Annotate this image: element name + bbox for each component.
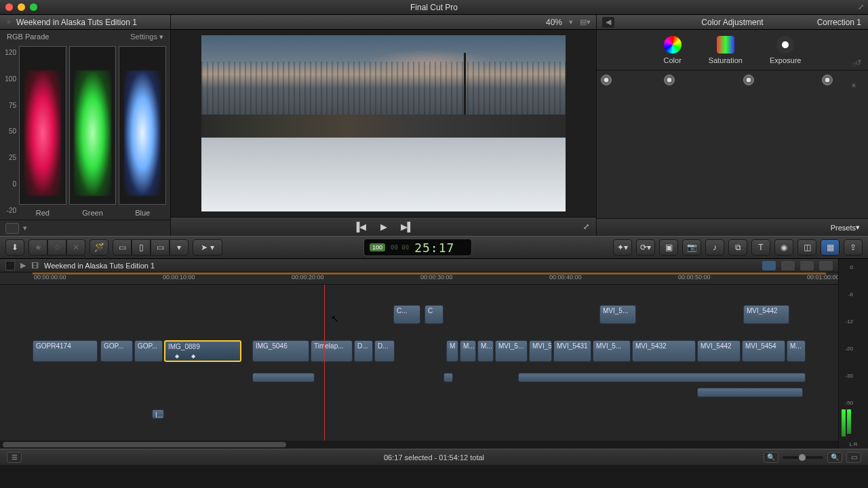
timeline-clip[interactable]: MVI_5454 bbox=[742, 340, 785, 362]
titles-button[interactable]: T bbox=[751, 239, 770, 256]
overwrite-dropdown[interactable]: ▾ bbox=[170, 239, 189, 256]
ruler-mark: 00:01:00:00 bbox=[807, 274, 840, 281]
timeline-clip[interactable] bbox=[518, 373, 806, 382]
timeline-clip[interactable] bbox=[697, 388, 803, 397]
presets-dropdown[interactable]: Presets ▾ bbox=[597, 218, 868, 236]
ruler-mark: 00:00:00:00 bbox=[34, 274, 66, 281]
append-button[interactable]: ▭ bbox=[151, 239, 170, 256]
timeline-ruler[interactable]: 00:00:00:0000:00:10:0000:00:20:0000:00:3… bbox=[0, 272, 838, 285]
timecode-display[interactable]: 100 00 00 25:17 bbox=[363, 239, 472, 256]
timeline-clip[interactable]: MVI_5442 bbox=[697, 340, 741, 362]
timeline-tracks[interactable]: ↖ C...CMVI_5...MVI_5442GOPR4174GOP...GOP… bbox=[0, 285, 838, 441]
selection-status: 06:17 selected - 01:54:12 total bbox=[0, 453, 868, 462]
tool-select[interactable]: ➤ ▾ bbox=[193, 239, 222, 256]
timeline-clip[interactable]: M... bbox=[460, 340, 476, 362]
midtones-puck[interactable] bbox=[743, 75, 754, 85]
timeline-clip[interactable]: GOP... bbox=[100, 340, 133, 362]
timeline-scrollbar[interactable] bbox=[0, 441, 838, 449]
global-puck[interactable] bbox=[601, 75, 612, 85]
filmstrip-icon: 🎞 bbox=[31, 262, 39, 270]
exposure-icon bbox=[776, 36, 794, 54]
correction-label[interactable]: Correction 1 bbox=[817, 18, 861, 27]
keyword-button[interactable]: ★ bbox=[28, 239, 47, 256]
timeline-clip[interactable]: C bbox=[425, 305, 443, 324]
chevron-down-icon[interactable]: ▾ bbox=[23, 224, 27, 232]
clip-options-button[interactable]: ⟳▾ bbox=[636, 239, 655, 256]
expand-icon[interactable]: ⤢ bbox=[858, 3, 864, 12]
scope-settings[interactable]: Settings ▾ bbox=[130, 33, 163, 41]
timeline-history-icon[interactable]: ▶ bbox=[20, 261, 26, 270]
fullscreen-button[interactable]: ⤢ bbox=[583, 222, 589, 231]
solo-button[interactable] bbox=[800, 261, 814, 270]
timeline-clip[interactable] bbox=[443, 373, 453, 382]
timeline-clip[interactable]: M bbox=[446, 340, 458, 362]
exposure-tab[interactable]: Exposure bbox=[770, 36, 801, 64]
effects-button[interactable]: ▦ bbox=[821, 239, 840, 256]
timeline-index-button[interactable] bbox=[5, 261, 15, 270]
viewer-canvas[interactable] bbox=[171, 30, 596, 217]
themes-button[interactable]: ◫ bbox=[797, 239, 816, 256]
timeline-clip[interactable]: GOPR4174 bbox=[33, 340, 98, 362]
timeline-clip[interactable]: MVI_5432 bbox=[632, 340, 696, 362]
timeline-clip[interactable]: D... bbox=[354, 340, 373, 362]
color-tab[interactable]: Color bbox=[664, 36, 682, 64]
timeline-clip[interactable]: M... bbox=[787, 340, 806, 362]
timeline-clip[interactable]: I... bbox=[152, 409, 164, 419]
auto-enhance-button[interactable]: 🪄 bbox=[90, 239, 108, 256]
main-toolbar: ⬇ ★ ☆ ✕ 🪄 ▭ ▯ ▭ ▾ ➤ ▾ 100 00 00 25:17 ✦▾… bbox=[0, 236, 868, 259]
audio-skimming-button[interactable] bbox=[781, 261, 795, 270]
zoom-level[interactable]: 40% bbox=[546, 18, 562, 27]
timeline-clip[interactable]: MVI_5... bbox=[495, 340, 528, 362]
video-frame bbox=[201, 35, 566, 211]
shadows-puck[interactable] bbox=[664, 75, 675, 85]
ruler-mark: 00:00:10:00 bbox=[163, 274, 195, 281]
playhead[interactable] bbox=[324, 285, 325, 441]
photos-button[interactable]: 📷 bbox=[682, 239, 701, 256]
view-options-icon[interactable]: ▤▾ bbox=[580, 18, 591, 26]
scope-layout-button[interactable] bbox=[5, 223, 19, 234]
timeline-clip[interactable]: MVI_5... bbox=[593, 340, 631, 362]
scope-y-axis: 12010075 50250 -20 bbox=[0, 43, 19, 220]
zoom-slider[interactable] bbox=[783, 456, 823, 459]
next-edit-button[interactable]: ▶▌ bbox=[401, 222, 414, 232]
inspector-panel: ◀ Color Adjustment Correction 1 Color Sa… bbox=[597, 15, 868, 236]
shadows-icon: ☼ bbox=[850, 60, 857, 68]
reject-button[interactable]: ✕ bbox=[66, 239, 85, 256]
scope-green bbox=[69, 46, 117, 205]
highlights-icon: ☀ bbox=[850, 81, 857, 90]
video-scopes-panel: ✶ Weekend in Alaska Tuts Edition 1 RGB P… bbox=[0, 15, 171, 236]
timeline-clip[interactable]: MVI_5442 bbox=[743, 305, 789, 324]
favorite-button[interactable]: ☆ bbox=[47, 239, 66, 256]
timeline-clip[interactable]: Timelap... bbox=[311, 340, 353, 362]
scope-mode[interactable]: RGB Parade bbox=[7, 33, 49, 41]
timeline-clip[interactable]: MVI_5431 bbox=[553, 340, 591, 362]
zoom-dropdown-icon[interactable]: ▾ bbox=[569, 18, 573, 26]
timeline-clip[interactable] bbox=[252, 373, 315, 382]
library-button[interactable]: ▣ bbox=[659, 239, 678, 256]
timeline-clip[interactable]: D... bbox=[374, 340, 395, 362]
skimming-button[interactable] bbox=[762, 261, 776, 270]
timeline-clip[interactable]: C... bbox=[393, 305, 420, 324]
saturation-tab[interactable]: Saturation bbox=[709, 36, 743, 64]
timeline-clip[interactable]: IMG_5046 bbox=[252, 340, 309, 362]
timeline-clip[interactable]: M... bbox=[477, 340, 494, 362]
timeline-clip[interactable]: GOP... bbox=[134, 340, 163, 362]
timeline-clip[interactable]: MVI_5... bbox=[599, 305, 636, 324]
connect-button[interactable]: ▭ bbox=[113, 239, 132, 256]
timeline-panel: ▶ 🎞 Weekend in Alaska Tuts Edition 1 00:… bbox=[0, 259, 838, 449]
snapping-button[interactable] bbox=[819, 261, 833, 270]
transitions-button[interactable]: ⧉ bbox=[728, 239, 747, 256]
retime-button[interactable]: ✦▾ bbox=[613, 239, 632, 256]
insert-button[interactable]: ▯ bbox=[132, 239, 151, 256]
timeline-clip[interactable]: MVI_5... bbox=[529, 340, 552, 362]
timeline-clip[interactable]: IMG_0889◆ ◆ bbox=[164, 340, 241, 362]
generators-button[interactable]: ◉ bbox=[774, 239, 793, 256]
timeline-name: Weekend in Alaska Tuts Edition 1 bbox=[44, 262, 155, 270]
share-button[interactable]: ⇪ bbox=[844, 239, 863, 256]
import-button[interactable]: ⬇ bbox=[5, 239, 24, 256]
music-button[interactable]: ♪ bbox=[705, 239, 724, 256]
prev-edit-button[interactable]: ▐◀ bbox=[353, 222, 366, 232]
highlights-puck[interactable] bbox=[822, 75, 833, 85]
event-icon: ✶ bbox=[5, 18, 12, 27]
play-button[interactable]: ▶ bbox=[380, 222, 387, 232]
